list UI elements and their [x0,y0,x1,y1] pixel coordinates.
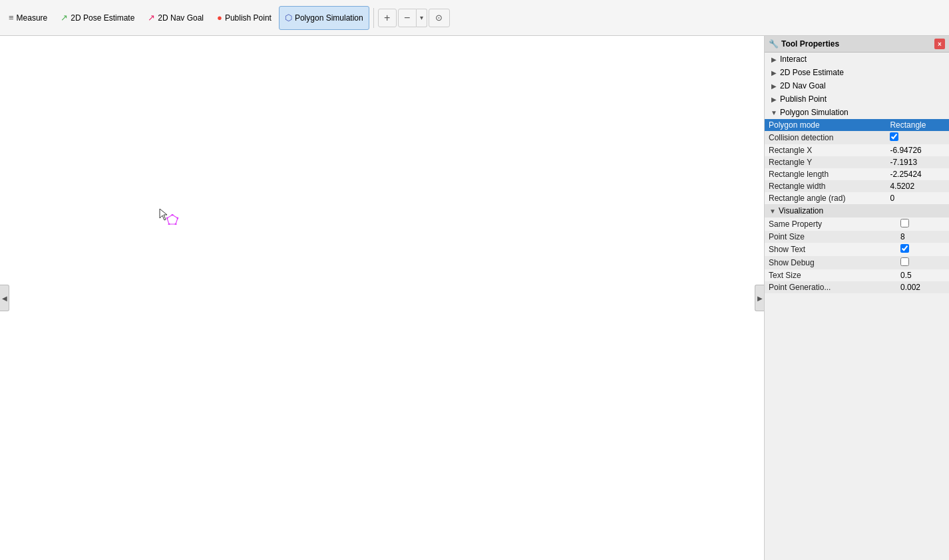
canvas-area[interactable]: ◀ ▶ [0,36,764,560]
cursor-indicator [158,208,170,225]
properties-table: Polygon mode Rectangle Collision detecti… [765,119,949,204]
prop-name-collision: Collision detection [765,131,886,144]
tree-arrow-interact: ▶ [770,55,778,63]
tool-measure-label: Measure [17,13,48,23]
prop-row-point-size[interactable]: Point Size 8 [765,231,949,243]
svg-point-5 [166,217,168,219]
toolbar-separator [373,8,374,28]
prop-row-rect-width[interactable]: Rectangle width 4.5202 [765,180,949,192]
prop-value-rect-angle: 0 [886,192,949,204]
right-panel-handle[interactable]: ▶ [755,285,764,311]
svg-point-2 [177,217,179,219]
tree-item-pose-estimate[interactable]: ▶ 2D Pose Estimate [765,66,949,79]
prop-name-rect-y: Rectangle Y [765,156,886,168]
prop-row-show-debug[interactable]: Show Debug [765,256,949,269]
prop-row-rect-length[interactable]: Rectangle length -2.25424 [765,168,949,180]
measure-icon: ≡ [9,13,14,23]
prop-row-collision[interactable]: Collision detection [765,131,949,144]
prop-name-same-property: Same Property [765,217,896,231]
tree-arrow-pose-estimate: ▶ [770,69,778,76]
prop-row-polygon-mode[interactable]: Polygon mode Rectangle [765,119,949,131]
svg-marker-0 [167,215,178,224]
tree-label-interact: Interact [780,55,807,64]
prop-name-rect-x: Rectangle X [765,144,886,156]
tree-item-interact[interactable]: ▶ Interact [765,53,949,66]
prop-name-text-size: Text Size [765,269,896,281]
prop-value-rect-x: -6.94726 [886,144,949,156]
main-area: ◀ ▶ 🔧 Tool Properties × [0,36,949,560]
publish-point-icon: ● [217,13,222,23]
tree-arrow-nav-goal: ▶ [770,82,778,90]
prop-value-collision [886,131,949,144]
prop-name-rect-width: Rectangle width [765,180,886,192]
svg-point-3 [175,223,177,225]
toolbar: ≡ Measure ↗ 2D Pose Estimate ↗ 2D Nav Go… [0,0,949,36]
tool-measure[interactable]: ≡ Measure [3,6,53,30]
tool-pose-estimate-label: 2D Pose Estimate [71,13,134,23]
tree-label-publish-point: Publish Point [780,94,827,104]
collision-checkbox[interactable] [890,132,898,141]
tree-label-pose-estimate: 2D Pose Estimate [780,68,844,77]
tree-label-polygon-sim: Polygon Simulation [780,108,849,117]
tree-label-nav-goal: 2D Nav Goal [780,81,826,90]
same-property-checkbox[interactable] [900,219,909,227]
zoom-fit-button[interactable]: ⊙ [429,9,450,27]
prop-row-text-size[interactable]: Text Size 0.5 [765,269,949,281]
prop-value-show-text [896,243,949,256]
zoom-dropdown-button[interactable]: ▾ [417,9,427,27]
tree-arrow-publish-point: ▶ [770,95,778,103]
panel-header: 🔧 Tool Properties × [765,36,949,53]
visualization-section-header[interactable]: ▼ Visualization [765,204,949,217]
tree-arrow-polygon-sim: ▼ [770,108,778,116]
right-panel: 🔧 Tool Properties × ▶ Interact ▶ 2D Pose… [764,36,949,560]
tool-publish-point-label: Publish Point [225,13,272,23]
zoom-minus-button[interactable]: − [398,9,417,27]
svg-point-1 [172,214,174,216]
prop-name-point-size: Point Size [765,231,896,243]
panel-title: Tool Properties [781,39,934,49]
prop-row-show-text[interactable]: Show Text [765,243,949,256]
nav-goal-icon: ↗ [148,13,155,23]
visualization-label: Visualization [779,206,823,215]
panel-title-icon: 🔧 [769,39,779,49]
tree-item-polygon-sim[interactable]: ▼ Polygon Simulation [765,106,949,119]
prop-row-point-generation[interactable]: Point Generatio... 0.002 [765,281,949,293]
left-panel-handle[interactable]: ◀ [0,285,9,311]
prop-value-polygon-mode: Rectangle [886,119,949,131]
tool-nav-goal-label: 2D Nav Goal [158,13,204,23]
zoom-plus-button[interactable]: + [378,9,397,27]
prop-row-rect-x[interactable]: Rectangle X -6.94726 [765,144,949,156]
svg-point-4 [168,223,170,225]
show-text-checkbox[interactable] [900,244,909,253]
panel-close-button[interactable]: × [934,39,945,49]
prop-value-point-generation: 0.002 [896,281,949,293]
tree-item-publish-point[interactable]: ▶ Publish Point [765,92,949,106]
prop-value-same-property [896,217,949,231]
prop-value-rect-y: -7.1913 [886,156,949,168]
prop-name-show-debug: Show Debug [765,256,896,269]
prop-row-rect-y[interactable]: Rectangle Y -7.1913 [765,156,949,168]
prop-name-rect-length: Rectangle length [765,168,886,180]
polygon-shape [166,214,177,223]
tool-polygon-sim-label: Polygon Simulation [295,13,363,23]
prop-row-rect-angle[interactable]: Rectangle angle (rad) 0 [765,192,949,204]
prop-value-text-size: 0.5 [896,269,949,281]
prop-value-show-debug [896,256,949,269]
polygon-sim-icon: ⬡ [285,13,292,23]
prop-value-rect-length: -2.25424 [886,168,949,180]
prop-name-polygon-mode: Polygon mode [765,119,886,131]
prop-value-rect-width: 4.5202 [886,180,949,192]
prop-value-point-size: 8 [896,231,949,243]
show-debug-checkbox[interactable] [900,257,909,266]
prop-row-same-property[interactable]: Same Property [765,217,949,231]
prop-name-point-generation: Point Generatio... [765,281,896,293]
pose-estimate-icon: ↗ [61,13,68,23]
tool-pose-estimate[interactable]: ↗ 2D Pose Estimate [55,6,140,30]
tool-publish-point[interactable]: ● Publish Point [211,6,278,30]
visualization-table: Same Property Point Size 8 Show Text [765,217,949,293]
tree-item-nav-goal[interactable]: ▶ 2D Nav Goal [765,79,949,92]
tool-polygon-sim[interactable]: ⬡ Polygon Simulation [279,6,369,30]
tool-nav-goal[interactable]: ↗ 2D Nav Goal [142,6,210,30]
prop-name-rect-angle: Rectangle angle (rad) [765,192,886,204]
prop-name-show-text: Show Text [765,243,896,256]
